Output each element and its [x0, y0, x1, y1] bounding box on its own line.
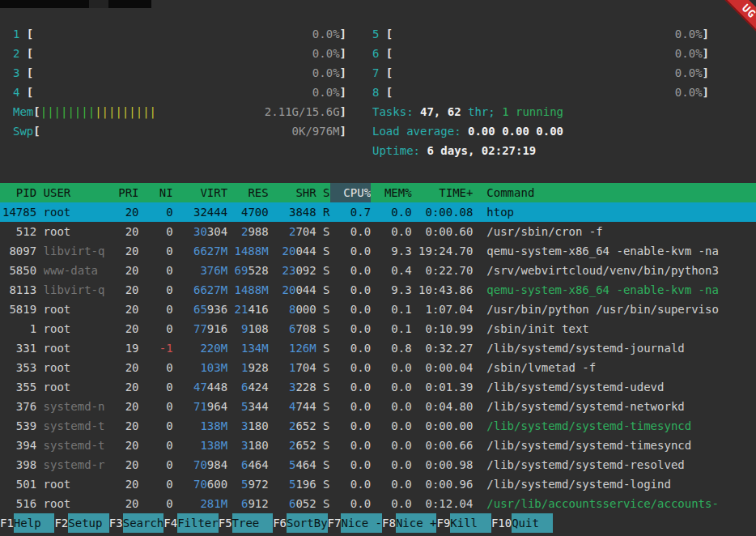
cell-time: 0:00.98	[412, 455, 474, 474]
column-header-mem[interactable]: MEM%	[371, 183, 412, 202]
column-header-pid[interactable]: PID	[2, 183, 36, 202]
process-row-5850[interactable]: 5850www-data200376M6952823092S0.00.40:22…	[0, 261, 756, 280]
cell-virt: 376M	[173, 261, 227, 280]
process-row-5819[interactable]: 5819root20065936214168000S0.00.11:07.04/…	[0, 300, 756, 319]
meter-close-bracket: ]	[340, 83, 346, 102]
cell-res: 5344	[227, 397, 269, 416]
cell-shr: 2652	[269, 416, 316, 436]
column-header-time[interactable]: TIME+	[412, 183, 474, 202]
process-row-501[interactable]: 501root2007060059725196S0.00.00:00.96/li…	[0, 474, 756, 494]
fkey-name: F4	[164, 513, 177, 533]
column-header-pri[interactable]: PRI	[112, 183, 139, 202]
meter-open-bracket: [	[386, 24, 393, 44]
process-row-516[interactable]: 516root200281M69126052S0.00.00:12.04/usr…	[0, 494, 756, 513]
cell-cpu: 0.0	[330, 319, 372, 338]
cell-shr: 2652	[269, 436, 316, 455]
swap-meter-label: Swp	[13, 121, 33, 141]
process-row-331[interactable]: 331root19-1220M134M126MS0.00.80:32.27/li…	[0, 338, 756, 358]
column-header-res[interactable]: RES	[227, 183, 269, 202]
process-row-355[interactable]: 355root2004744864243228S0.00.00:01.39/li…	[0, 377, 756, 397]
cell-res: 134M	[227, 338, 269, 358]
cpu-meter-5: 5[0.0%]	[372, 24, 709, 44]
cell-mem: 0.1	[371, 300, 412, 319]
meters-right-column: 5[0.0%]6[0.0%]7[0.0%]8[0.0%]Tasks:47,62t…	[372, 24, 709, 160]
cell-pri: 20	[112, 280, 139, 300]
column-header-user[interactable]: USER	[44, 183, 112, 202]
fkey-label: Kill	[450, 513, 491, 533]
cell-res: 9108	[227, 319, 269, 338]
fkey-f4[interactable]: F4Filter	[164, 513, 218, 533]
fkey-f5[interactable]: F5Tree	[219, 513, 273, 533]
process-row-398[interactable]: 398systemd-r2007098464645464S0.00.00:00.…	[0, 455, 756, 474]
cell-s: S	[316, 416, 330, 436]
threads-count: 62	[448, 102, 461, 121]
process-table: 14785root2003244447003848R0.70.00:00.08h…	[0, 202, 756, 513]
process-row-539[interactable]: 539systemd-t200138M31802652S0.00.00:00.0…	[0, 416, 756, 436]
cell-res: 1928	[227, 358, 269, 377]
process-row-512[interactable]: 512root2003030429882704S0.00.00:00.60/us…	[0, 222, 756, 241]
meter-open-bracket: [	[386, 44, 393, 63]
cell-command: /lib/systemd/systemd-logind	[486, 474, 756, 494]
fkey-f10[interactable]: F10Quit	[491, 513, 553, 533]
cell-command: /lib/systemd/systemd-journald	[486, 338, 756, 358]
cell-cpu: 0.0	[330, 474, 372, 494]
memory-meter-label: Mem	[13, 102, 33, 121]
cell-time: 0:32.27	[412, 338, 474, 358]
cell-ni: 0	[139, 397, 173, 416]
cell-cpu: 0.0	[330, 358, 372, 377]
process-row-14785[interactable]: 14785root2003244447003848R0.70.00:00.08h…	[0, 202, 756, 222]
column-header-ni[interactable]: NI	[139, 183, 173, 202]
fkey-f9[interactable]: F9Kill	[436, 513, 491, 533]
cell-pid: 1	[2, 319, 36, 338]
cell-res: 21416	[227, 300, 269, 319]
cell-command: /lib/systemd/systemd-timesyncd	[486, 416, 756, 436]
cell-s: S	[316, 280, 330, 300]
fkey-label: SortBy	[287, 513, 328, 533]
cell-s: S	[316, 338, 330, 358]
fkey-name: F1	[0, 513, 14, 533]
load-average-line: Load average:0.000.000.00	[372, 121, 709, 141]
fkey-name: F5	[219, 513, 232, 533]
cell-user: www-data	[44, 261, 112, 280]
cpu-percent-value: 0.0%	[312, 83, 340, 102]
process-row-1[interactable]: 1root2007791691086708S0.00.10:10.99/sbin…	[0, 319, 756, 338]
process-row-8113[interactable]: 8113libvirt-q2006627M1488M20044S0.09.310…	[0, 280, 756, 300]
meter-close-bracket: ]	[340, 63, 346, 83]
memory-cache-bars: |||||||||	[95, 102, 156, 121]
header-table-gap	[0, 160, 756, 183]
fkey-f2[interactable]: F2Setup	[54, 513, 108, 533]
process-row-353[interactable]: 353root200103M19281704S0.00.00:00.04/sbi…	[0, 358, 756, 377]
fkey-name: F9	[436, 513, 450, 533]
cell-shr: 6052	[269, 494, 316, 513]
process-row-394[interactable]: 394systemd-t200138M31802652S0.00.00:00.6…	[0, 436, 756, 455]
cell-pri: 20	[112, 241, 139, 261]
cell-user: libvirt-q	[44, 280, 112, 300]
column-header-virt[interactable]: VIRT	[173, 183, 227, 202]
cpu-meter-3: 3[0.0%]	[13, 63, 346, 83]
cell-res: 5972	[227, 474, 269, 494]
cpu-meter-7: 7[0.0%]	[372, 63, 709, 83]
fkey-f1[interactable]: F1Help	[0, 513, 54, 533]
fkey-f8[interactable]: F8Nice +	[382, 513, 436, 533]
fkey-f6[interactable]: F6SortBy	[273, 513, 327, 533]
column-header-s[interactable]: S	[316, 183, 330, 202]
column-header-cpu[interactable]: CPU%	[330, 183, 372, 202]
fkey-label: Nice -	[341, 513, 382, 533]
cell-virt: 70600	[173, 474, 227, 494]
cell-mem: 0.0	[371, 358, 412, 377]
process-row-376[interactable]: 376systemd-n2007196453444744S0.00.00:04.…	[0, 397, 756, 416]
column-header-command[interactable]: Command	[486, 183, 756, 202]
cell-virt: 220M	[173, 338, 227, 358]
process-row-8097[interactable]: 8097libvirt-q2006627M1488M20044S0.09.319…	[0, 241, 756, 261]
column-header-shr[interactable]: SHR	[269, 183, 316, 202]
cell-mem: 0.0	[371, 416, 412, 436]
cell-cpu: 0.0	[330, 455, 372, 474]
cell-virt: 32444	[173, 202, 227, 222]
cell-mem: 0.4	[371, 261, 412, 280]
fkey-f7[interactable]: F7Nice -	[328, 513, 382, 533]
cell-command: /usr/lib/accountsservice/accounts-	[486, 494, 756, 513]
cell-virt: 138M	[173, 416, 227, 436]
tasks-label: Tasks:	[372, 102, 414, 121]
cpu-meter-label: 5	[372, 24, 379, 44]
fkey-f3[interactable]: F3Search	[109, 513, 164, 533]
